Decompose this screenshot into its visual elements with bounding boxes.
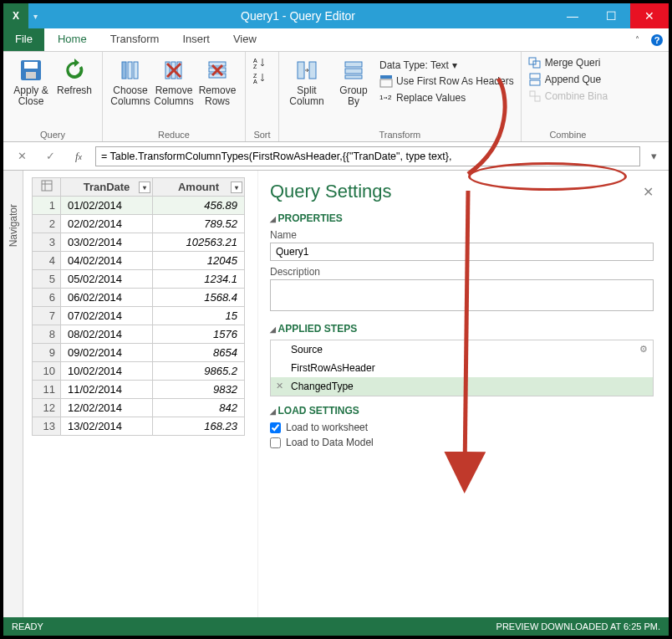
use-first-row-button[interactable]: Use First Row As Headers	[379, 74, 514, 89]
applied-steps-heading[interactable]: APPLIED STEPS	[270, 323, 654, 335]
row-header[interactable]: 7	[33, 307, 61, 325]
append-queries-button[interactable]: Append Que	[528, 72, 608, 87]
table-row[interactable]: 303/02/2014102563.21	[33, 233, 245, 252]
cell-date[interactable]: 09/02/2014	[61, 344, 153, 362]
row-header[interactable]: 5	[33, 270, 61, 289]
query-name-input[interactable]	[270, 243, 654, 261]
ribbon-collapse-icon[interactable]: ˄	[629, 28, 645, 51]
table-row[interactable]: 606/02/20141568.4	[33, 289, 245, 307]
row-header[interactable]: 3	[33, 233, 61, 252]
table-row[interactable]: 808/02/20141576	[33, 325, 245, 344]
cell-amount[interactable]: 1234.1	[153, 270, 245, 289]
refresh-button[interactable]: Refresh	[53, 55, 95, 109]
maximize-button[interactable]: ☐	[592, 3, 630, 28]
row-header[interactable]: 12	[33, 399, 61, 417]
step-changedtype[interactable]: ✕ChangedType	[271, 377, 653, 396]
cell-amount[interactable]: 168.23	[153, 417, 245, 436]
table-row[interactable]: 202/02/2014789.52	[33, 215, 245, 233]
cell-date[interactable]: 01/02/2014	[61, 197, 153, 215]
group-by-button[interactable]: Group By	[333, 55, 374, 109]
sort-asc-button[interactable]: AZ	[252, 55, 272, 70]
formula-cancel-icon[interactable]: ✕	[10, 150, 33, 162]
cell-amount[interactable]: 102563.21	[153, 233, 245, 252]
help-icon[interactable]: ?	[645, 28, 669, 51]
sort-desc-button[interactable]: ZA	[252, 70, 272, 85]
table-row[interactable]: 909/02/20148654	[33, 344, 245, 362]
cell-amount[interactable]: 842	[153, 399, 245, 417]
cell-date[interactable]: 06/02/2014	[61, 289, 153, 307]
formula-expand-icon[interactable]: ▾	[645, 150, 662, 162]
merge-queries-button[interactable]: Merge Queri	[528, 55, 608, 70]
row-header[interactable]: 9	[33, 344, 61, 362]
row-header[interactable]: 6	[33, 289, 61, 307]
close-button[interactable]: ✕	[630, 3, 669, 28]
formula-commit-icon[interactable]: ✓	[38, 150, 62, 162]
cell-amount[interactable]: 8654	[153, 344, 245, 362]
choose-columns-button[interactable]: Choose Columns	[109, 55, 151, 109]
replace-values-button[interactable]: 12Replace Values	[379, 90, 514, 105]
table-row[interactable]: 1010/02/20149865.2	[33, 362, 245, 381]
row-header[interactable]: 4	[33, 252, 61, 270]
table-row[interactable]: 1212/02/2014842	[33, 399, 245, 417]
cell-date[interactable]: 13/02/2014	[61, 417, 153, 436]
table-row[interactable]: 1111/02/20149832	[33, 381, 245, 399]
data-type-dropdown[interactable]: Data Type: Text ▾	[379, 59, 514, 72]
column-header-amount[interactable]: Amount▾	[153, 178, 245, 197]
tab-view[interactable]: View	[221, 28, 268, 51]
table-row[interactable]: 1313/02/2014168.23	[33, 417, 245, 436]
apply-close-button[interactable]: Apply & Close	[10, 55, 52, 109]
formula-input[interactable]: = Table.TransformColumnTypes(FirstRowAsH…	[95, 146, 640, 166]
qat-dropdown-icon[interactable]: ▾	[33, 12, 38, 21]
data-grid[interactable]: TranDate▾ Amount▾ 101/02/2014456.89202/0…	[32, 177, 245, 436]
properties-heading[interactable]: PROPERTIES	[270, 212, 654, 224]
row-header[interactable]: 8	[33, 325, 61, 344]
tab-insert[interactable]: Insert	[171, 28, 221, 51]
load-settings-heading[interactable]: LOAD SETTINGS	[270, 405, 654, 417]
cell-date[interactable]: 04/02/2014	[61, 252, 153, 270]
close-settings-button[interactable]: ✕	[643, 184, 654, 200]
tab-home[interactable]: Home	[46, 28, 99, 51]
minimize-button[interactable]: —	[553, 3, 592, 28]
fx-icon[interactable]: fx	[67, 150, 90, 163]
cell-date[interactable]: 03/02/2014	[61, 233, 153, 252]
cell-date[interactable]: 10/02/2014	[61, 362, 153, 381]
delete-step-icon[interactable]: ✕	[276, 381, 283, 391]
query-description-input[interactable]	[270, 279, 654, 311]
grid-corner[interactable]	[33, 178, 61, 197]
gear-icon[interactable]: ⚙	[639, 344, 648, 355]
cell-amount[interactable]: 12045	[153, 252, 245, 270]
load-to-datamodel-checkbox[interactable]: Load to Data Model	[270, 437, 654, 448]
remove-rows-button[interactable]: Remove Rows	[196, 55, 238, 109]
cell-amount[interactable]: 9832	[153, 381, 245, 399]
tab-transform[interactable]: Transform	[99, 28, 171, 51]
cell-amount[interactable]: 1568.4	[153, 289, 245, 307]
split-column-button[interactable]: Split Column	[286, 55, 328, 109]
cell-amount[interactable]: 15	[153, 307, 245, 325]
table-row[interactable]: 404/02/201412045	[33, 252, 245, 270]
row-header[interactable]: 13	[33, 417, 61, 436]
table-row[interactable]: 101/02/2014456.89	[33, 197, 245, 215]
row-header[interactable]: 11	[33, 381, 61, 399]
column-filter-icon[interactable]: ▾	[231, 181, 242, 193]
row-header[interactable]: 2	[33, 215, 61, 233]
column-filter-icon[interactable]: ▾	[139, 181, 150, 193]
navigator-rail[interactable]: Navigator	[3, 171, 23, 617]
cell-date[interactable]: 08/02/2014	[61, 325, 153, 344]
table-row[interactable]: 505/02/20141234.1	[33, 270, 245, 289]
load-to-worksheet-checkbox[interactable]: Load to worksheet	[270, 422, 654, 433]
row-header[interactable]: 1	[33, 197, 61, 215]
cell-amount[interactable]: 9865.2	[153, 362, 245, 381]
table-row[interactable]: 707/02/201415	[33, 307, 245, 325]
cell-amount[interactable]: 456.89	[153, 197, 245, 215]
cell-amount[interactable]: 789.52	[153, 215, 245, 233]
cell-date[interactable]: 12/02/2014	[61, 399, 153, 417]
cell-date[interactable]: 11/02/2014	[61, 381, 153, 399]
tab-file[interactable]: File	[3, 28, 44, 51]
step-source[interactable]: Source⚙	[271, 340, 653, 359]
remove-columns-button[interactable]: Remove Columns	[153, 55, 195, 109]
cell-date[interactable]: 07/02/2014	[61, 307, 153, 325]
cell-amount[interactable]: 1576	[153, 325, 245, 344]
column-header-trandate[interactable]: TranDate▾	[61, 178, 153, 197]
row-header[interactable]: 10	[33, 362, 61, 381]
cell-date[interactable]: 05/02/2014	[61, 270, 153, 289]
